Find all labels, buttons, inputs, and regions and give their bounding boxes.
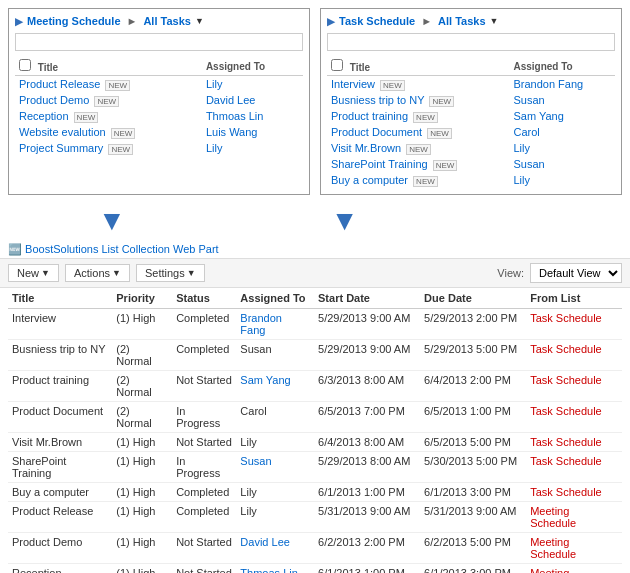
row-assigned: Susan: [236, 340, 314, 371]
row-assigned: Lily: [236, 483, 314, 502]
task-link[interactable]: Visit Mr.Brown: [331, 142, 401, 154]
col-priority: Priority: [112, 288, 172, 309]
from-list-link[interactable]: Task Schedule: [530, 455, 602, 467]
list-item: Product Document NEW Carol: [327, 124, 615, 140]
row-from-list[interactable]: Task Schedule: [526, 452, 622, 483]
assignee-link[interactable]: Sam Yang: [240, 374, 290, 386]
task-link[interactable]: Buy a computer: [331, 174, 408, 186]
task-link[interactable]: Busniess trip to NY: [331, 94, 424, 106]
row-due-date: 6/1/2013 3:00 PM: [420, 564, 526, 574]
row-title: Product training: [8, 371, 112, 402]
view-select[interactable]: Default View: [530, 263, 622, 283]
assignee-link[interactable]: Thmoas Lin: [240, 567, 297, 573]
assignee-link[interactable]: David Lee: [240, 536, 290, 548]
new-badge: NEW: [94, 96, 119, 107]
task-title-cell: Interview NEW: [327, 76, 509, 93]
row-due-date: 6/2/2013 5:00 PM: [420, 533, 526, 564]
row-assigned: David Lee: [236, 533, 314, 564]
select-all-checkbox[interactable]: [19, 59, 31, 71]
from-list-link[interactable]: Task Schedule: [530, 486, 602, 498]
row-title: Product Document: [8, 402, 112, 433]
row-from-list[interactable]: Task Schedule: [526, 402, 622, 433]
task-title-cell: Project Summary NEW: [15, 140, 202, 156]
breadcrumb-all-tasks[interactable]: All Tasks: [143, 15, 191, 27]
row-from-list[interactable]: Task Schedule: [526, 309, 622, 340]
assignee-link[interactable]: Brandon Fang: [240, 312, 282, 336]
row-title: Buy a computer: [8, 483, 112, 502]
task-link[interactable]: Project Summary: [19, 142, 103, 154]
row-title: Product Release: [8, 502, 112, 533]
table-row: SharePoint Training (1) High In Progress…: [8, 452, 622, 483]
panel-task-schedule: ▶ Task Schedule ► All Tasks ▼ Title Assi…: [320, 8, 622, 195]
panel-search[interactable]: [15, 33, 303, 51]
row-from-list[interactable]: Task Schedule: [526, 483, 622, 502]
from-list-link[interactable]: Task Schedule: [530, 405, 602, 417]
actions-button[interactable]: Actions ▼: [65, 264, 130, 282]
new-badge: NEW: [105, 80, 130, 91]
new-badge: NEW: [413, 112, 438, 123]
row-priority: (2) Normal: [112, 340, 172, 371]
col-start: Start Date: [314, 288, 420, 309]
row-due-date: 5/30/2013 5:00 PM: [420, 452, 526, 483]
task-assignee: Lily: [202, 76, 303, 93]
list-item: Interview NEW Brandon Fang: [327, 76, 615, 93]
from-list-link[interactable]: Task Schedule: [530, 374, 602, 386]
from-list-link[interactable]: Task Schedule: [530, 436, 602, 448]
breadcrumb-dropdown[interactable]: ▼: [490, 16, 499, 26]
settings-button[interactable]: Settings ▼: [136, 264, 205, 282]
new-badge: NEW: [413, 176, 438, 187]
arrows-row: ▼ ▼: [0, 203, 630, 239]
task-title-cell: Product Document NEW: [327, 124, 509, 140]
task-link[interactable]: Product Demo: [19, 94, 89, 106]
assignee-link[interactable]: Susan: [240, 455, 271, 467]
panel-name[interactable]: Task Schedule: [339, 15, 415, 27]
table-row: Product Document (2) Normal In Progress …: [8, 402, 622, 433]
task-link[interactable]: Product training: [331, 110, 408, 122]
panel-arrow-icon: ▶: [15, 16, 23, 27]
row-from-list[interactable]: Meeting Schedule: [526, 533, 622, 564]
row-from-list[interactable]: Meeting Schedule: [526, 564, 622, 574]
from-list-link[interactable]: Task Schedule: [530, 343, 602, 355]
boost-link[interactable]: BoostSolutions List Collection Web Part: [25, 243, 219, 255]
assignee-text: Lily: [240, 436, 257, 448]
new-dropdown-arrow: ▼: [41, 268, 50, 278]
from-list-link[interactable]: Meeting Schedule: [530, 505, 576, 529]
row-title: Interview: [8, 309, 112, 340]
row-start-date: 6/2/2013 2:00 PM: [314, 533, 420, 564]
new-badge: NEW: [111, 128, 136, 139]
task-link[interactable]: Website evalution: [19, 126, 106, 138]
row-start-date: 5/31/2013 9:00 AM: [314, 502, 420, 533]
breadcrumb-all-tasks[interactable]: All Tasks: [438, 15, 486, 27]
select-all-checkbox[interactable]: [331, 59, 343, 71]
row-status: Not Started: [172, 533, 236, 564]
row-from-list[interactable]: Task Schedule: [526, 371, 622, 402]
from-list-link[interactable]: Task Schedule: [530, 312, 602, 324]
panel-header: ▶ Task Schedule ► All Tasks ▼: [327, 15, 615, 27]
breadcrumb-dropdown[interactable]: ▼: [195, 16, 204, 26]
task-link[interactable]: SharePoint Training: [331, 158, 428, 170]
task-link[interactable]: Product Release: [19, 78, 100, 90]
col-assigned: Assigned To: [236, 288, 314, 309]
row-title: Product Demo: [8, 533, 112, 564]
panel-name[interactable]: Meeting Schedule: [27, 15, 121, 27]
row-from-list[interactable]: Task Schedule: [526, 433, 622, 452]
task-link[interactable]: Product Document: [331, 126, 422, 138]
task-link[interactable]: Reception: [19, 110, 69, 122]
from-list-link[interactable]: Meeting Schedule: [530, 567, 576, 573]
task-link[interactable]: Interview: [331, 78, 375, 90]
table-body: Interview (1) High Completed Brandon Fan…: [8, 309, 622, 574]
from-list-link[interactable]: Meeting Schedule: [530, 536, 576, 560]
row-from-list[interactable]: Task Schedule: [526, 340, 622, 371]
row-assigned: Sam Yang: [236, 371, 314, 402]
row-status: In Progress: [172, 452, 236, 483]
col-status: Status: [172, 288, 236, 309]
row-title: Busniess trip to NY: [8, 340, 112, 371]
new-button[interactable]: New ▼: [8, 264, 59, 282]
row-due-date: 6/4/2013 2:00 PM: [420, 371, 526, 402]
row-status: Not Started: [172, 564, 236, 574]
row-from-list[interactable]: Meeting Schedule: [526, 502, 622, 533]
task-assignee: David Lee: [202, 92, 303, 108]
list-item: Visit Mr.Brown NEW Lily: [327, 140, 615, 156]
boost-header: 🆕 BoostSolutions List Collection Web Par…: [0, 239, 630, 258]
panel-search[interactable]: [327, 33, 615, 51]
